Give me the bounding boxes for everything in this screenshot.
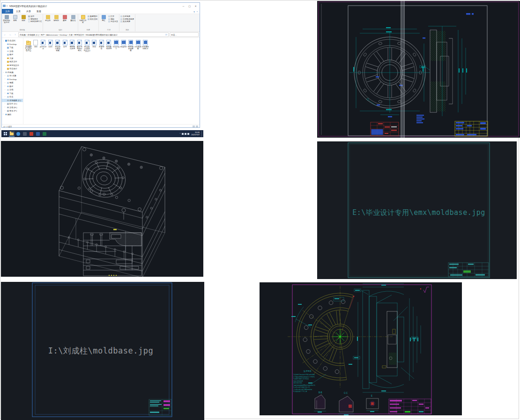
sidebar-section-this-pc[interactable]: ⌄此电脑 <box>2 71 23 74</box>
sidebar-section-network[interactable]: ›网络 <box>2 113 23 117</box>
paste-button[interactable]: 粘贴 <box>20 15 27 29</box>
file-item[interactable]: dwg004 <box>120 40 127 52</box>
quick-access-toolbar[interactable]: ▾ <box>3 5 7 7</box>
word-doc-icon <box>92 40 97 45</box>
taskbar-file-explorer[interactable] <box>9 131 15 137</box>
open-button[interactable]: 打开 <box>108 15 118 18</box>
file-item[interactable]: EMX模具装配图 <box>127 40 134 52</box>
sidebar-section-quick-access[interactable]: ⌄快速访问 <box>2 39 23 43</box>
back-button[interactable]: ← <box>3 33 7 37</box>
file-item[interactable]: 毕业设计说明书(正文)总体 <box>83 40 91 52</box>
status-bar: 17 个项目 <box>2 124 200 128</box>
taskbar-word[interactable] <box>35 131 41 137</box>
drive-icon <box>7 103 9 105</box>
copy-button[interactable]: 复制 <box>11 15 19 29</box>
search-input[interactable] <box>170 32 199 37</box>
sidebar-item-documents[interactable]: ›文档 <box>2 88 23 92</box>
maximize-button[interactable]: ▢ <box>186 4 193 8</box>
svg-text:7.冷却水路试压0.5MPa无渗漏;: 7.冷却水路试压0.5MPa无渗漏; <box>293 389 312 391</box>
tab-share[interactable]: 共享 <box>23 9 34 14</box>
sidebar-item-desktop[interactable]: Desktop <box>2 43 23 46</box>
easy-access-button[interactable]: 轻松访问 <box>88 18 97 21</box>
taskbar-app-red[interactable] <box>29 131 34 137</box>
sidebar-item-downloads[interactable]: ›下载 <box>2 92 23 96</box>
tray-icon[interactable] <box>182 133 184 135</box>
tray-icon[interactable] <box>187 133 189 135</box>
file-item[interactable]: N50A型胶V带轮模具的设计精品设计 <box>25 40 32 52</box>
tab-view[interactable]: 查看 <box>34 9 44 14</box>
svg-text:E: E <box>371 395 372 397</box>
breadcrumb[interactable]: 此电脑 › 本地磁盘 (C:) › 用户 › Administrator › D… <box>18 32 169 37</box>
jpg-image-icon <box>121 40 126 45</box>
tray-icon[interactable] <box>185 133 186 135</box>
refresh-icon[interactable]: ⟳ <box>165 33 167 36</box>
file-item[interactable]: 总装图N50A-22 <box>142 40 149 52</box>
excel-icon <box>43 132 46 136</box>
sidebar-item-folder[interactable]: 要复制文件 <box>2 64 23 67</box>
svg-text:B-B: B-B <box>319 391 322 394</box>
sidebar-item-drive-e[interactable]: ›文档 (E:) <box>2 106 23 110</box>
sidebar-item-drive-f[interactable]: ›备份 (F:) <box>2 109 23 113</box>
close-button[interactable]: ✕ <box>193 4 199 8</box>
sidebar-item-documents[interactable]: 文档 <box>2 50 23 53</box>
sidebar-item-pictures[interactable]: 图片 <box>2 53 23 57</box>
taskbar-app[interactable] <box>22 131 28 137</box>
copy-to-button[interactable]: 复制到 <box>52 15 60 29</box>
file-item[interactable]: 毕业设计体会模板 <box>54 40 61 52</box>
history-button[interactable]: 历史记录 <box>108 21 118 23</box>
up-button[interactable]: ↑ <box>13 33 17 37</box>
file-item[interactable]: 总结 <box>90 40 98 52</box>
new-folder-button[interactable]: 新建文件夹 <box>79 15 87 29</box>
new-item-button[interactable]: 新建项目 <box>88 15 97 18</box>
sidebar-item-folder[interactable]: 毕业设计 <box>2 67 23 71</box>
minimize-button[interactable]: ─ <box>180 4 186 8</box>
cad-path-text: E:\毕业设计专用\emx\moldbase.jpg <box>352 208 485 217</box>
file-item[interactable]: 数字书写设计格式 <box>76 40 83 52</box>
file-item[interactable]: 编写格式说明 <box>69 40 76 52</box>
taskbar-browser[interactable] <box>15 131 21 137</box>
show-desktop-button[interactable] <box>201 131 202 137</box>
sidebar-item-local-disk-c[interactable]: ›本地磁盘 (C:) <box>2 99 23 103</box>
properties-button[interactable]: 属性 <box>100 15 107 29</box>
taskbar-clock[interactable]: 10:06 2021/7/27 <box>190 132 201 136</box>
sidebar-item-folder[interactable]: 大赛 <box>2 57 23 60</box>
drive-icon <box>7 110 9 112</box>
move-to-icon <box>46 15 50 19</box>
select-all-button[interactable]: 全部选择 <box>120 15 134 18</box>
sidebar-item-music[interactable]: ›音乐 <box>2 95 23 99</box>
tab-home[interactable]: 主页 <box>13 9 23 14</box>
list-view-icon[interactable] <box>193 125 195 127</box>
file-item[interactable]: protocolat <box>39 40 47 52</box>
windows-logo-icon <box>4 132 7 135</box>
sidebar-item-folder[interactable]: 相关文件 <box>2 60 23 64</box>
sidebar-item-pictures[interactable]: ›图片 <box>2 85 23 88</box>
file-item[interactable]: emx模具图 <box>134 40 142 52</box>
sidebar-item-desktop[interactable]: ›Desktop <box>2 78 23 81</box>
paste-shortcut-button[interactable]: 粘贴快捷方式 <box>28 21 42 23</box>
tab-file[interactable]: 文件 <box>2 9 13 14</box>
file-item[interactable]: 000 <box>32 40 40 52</box>
file-item[interactable]: swit1 <box>47 40 54 52</box>
file-item[interactable]: 相关数据说明 <box>105 40 113 52</box>
cad-part-drawing-panel: B-B C-C E 技术要求 1.组装前清除各零件毛刺,锐边倒钝; 2.分型面须… <box>260 282 462 415</box>
file-item[interactable]: Drawing1 <box>112 40 120 52</box>
help-icon[interactable]: ? <box>193 11 195 14</box>
sidebar-item-videos[interactable]: ›视频 <box>2 81 23 85</box>
sidebar-item-drive-d[interactable]: ›软件 (D:) <box>2 102 23 106</box>
pin-to-quick-access-button[interactable]: 固定到快速访问 <box>3 15 10 29</box>
file-item[interactable]: 目录 <box>61 40 69 52</box>
thumbnail-view-icon[interactable] <box>196 125 198 127</box>
delete-button[interactable]: 删除 <box>61 15 68 29</box>
start-button[interactable] <box>2 131 8 137</box>
sidebar-item-3d-objects[interactable]: ›3D 对象 <box>2 74 23 78</box>
rename-button[interactable]: 重命名 <box>69 15 77 29</box>
move-to-button[interactable]: 移动到 <box>44 15 52 29</box>
taskbar-excel[interactable] <box>42 131 47 137</box>
file-item[interactable]: 开题报告 <box>98 40 105 52</box>
collapse-ribbon-icon[interactable]: ⌃ <box>196 11 198 14</box>
invert-selection-button[interactable]: 反向选择 <box>120 21 134 23</box>
cut-button[interactable]: 剪切 <box>28 15 42 18</box>
tray-chevron-icon[interactable]: ⌃ <box>179 133 181 135</box>
forward-button[interactable]: → <box>8 33 12 37</box>
sidebar-item-downloads[interactable]: 下载 <box>2 46 23 50</box>
